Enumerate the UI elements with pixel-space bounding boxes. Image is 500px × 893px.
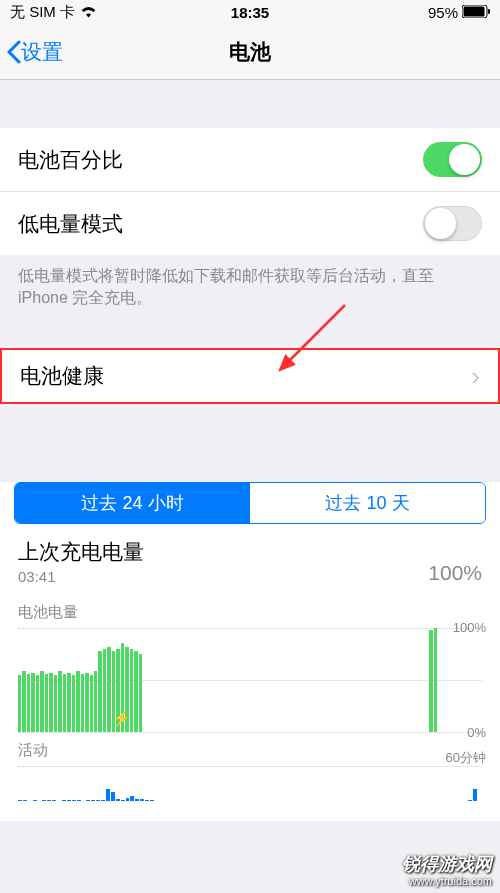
y-axis-100: 100%	[453, 620, 486, 635]
nav-bar: 设置 电池	[0, 24, 500, 80]
seg-10d[interactable]: 过去 10 天	[250, 483, 485, 523]
battery-percentage-cell[interactable]: 电池百分比	[0, 128, 500, 192]
wifi-icon	[80, 4, 97, 21]
carrier-text: 无 SIM 卡	[10, 3, 75, 22]
chevron-right-icon: ›	[471, 363, 480, 389]
battery-level-chart-section: 电池电量 100% 0% ⚡	[0, 591, 500, 733]
low-power-mode-cell[interactable]: 低电量模式	[0, 192, 500, 255]
activity-y-label: 60分钟	[446, 749, 486, 767]
last-charge-row: 上次充电电量 03:41 100%	[0, 524, 500, 591]
svg-rect-1	[464, 6, 485, 16]
usage-section: 过去 24 小时 过去 10 天 上次充电电量 03:41 100% 电池电量 …	[0, 482, 500, 821]
battery-health-group: 电池健康 ›	[0, 348, 500, 404]
watermark-brand: 锐得游戏网	[402, 855, 492, 875]
battery-icon	[462, 4, 490, 21]
page-title: 电池	[229, 38, 271, 66]
back-button[interactable]: 设置	[0, 38, 63, 66]
last-charge-time: 03:41	[18, 568, 144, 585]
status-time: 18:35	[231, 4, 269, 21]
activity-chart: 60分钟	[18, 766, 482, 801]
status-bar: 无 SIM 卡 18:35 95%	[0, 0, 500, 24]
battery-pct: 95%	[428, 4, 458, 21]
y-axis-0: 0%	[467, 725, 486, 740]
svg-rect-2	[488, 9, 490, 14]
battery-percentage-switch[interactable]	[423, 142, 482, 177]
battery-percentage-label: 电池百分比	[18, 146, 123, 174]
settings-group: 电池百分比 低电量模式	[0, 128, 500, 255]
back-label: 设置	[21, 38, 63, 66]
battery-level-chart: 100% 0% ⚡	[18, 628, 482, 733]
last-charge-title: 上次充电电量	[18, 538, 144, 566]
watermark-url: www.ytruida.com	[402, 875, 492, 887]
time-range-segmented-control[interactable]: 过去 24 小时 过去 10 天	[14, 482, 486, 524]
activity-chart-section: 活动 60分钟	[0, 741, 500, 801]
low-power-mode-label: 低电量模式	[18, 210, 123, 238]
watermark: 锐得游戏网 www.ytruida.com	[402, 855, 492, 887]
battery-health-label: 电池健康	[20, 362, 104, 390]
activity-label: 活动	[18, 741, 482, 760]
low-power-description: 低电量模式将暂时降低如下载和邮件获取等后台活动，直至 iPhone 完全充电。	[0, 255, 500, 320]
seg-24h[interactable]: 过去 24 小时	[15, 483, 250, 523]
low-power-mode-switch[interactable]	[423, 206, 482, 241]
battery-health-cell[interactable]: 电池健康 ›	[2, 350, 498, 402]
charging-icon: ⚡	[113, 710, 130, 726]
last-charge-pct: 100%	[428, 561, 482, 585]
battery-level-label: 电池电量	[18, 603, 482, 622]
